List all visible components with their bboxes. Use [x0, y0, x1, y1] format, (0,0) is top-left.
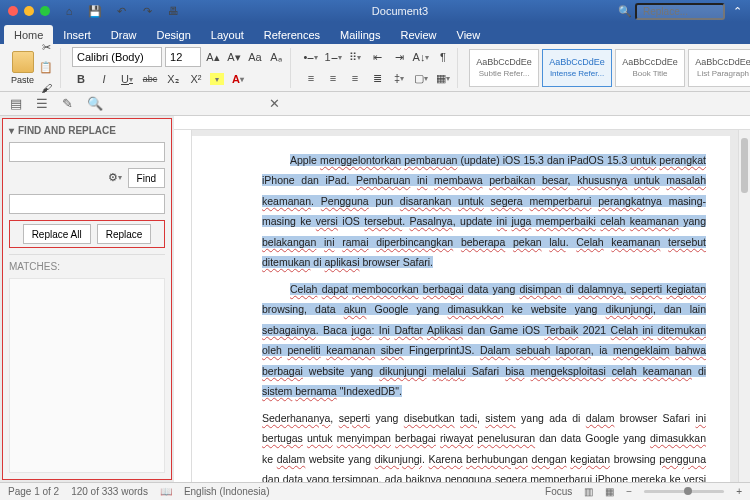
minimize-icon[interactable] — [24, 6, 34, 16]
status-focus[interactable]: Focus — [545, 486, 572, 497]
zoom-slider[interactable] — [644, 490, 724, 493]
cut-icon[interactable]: ✂ — [37, 39, 55, 57]
replace-button[interactable]: Replace — [97, 224, 152, 244]
font-color-button[interactable]: A — [229, 70, 247, 88]
close-icon[interactable] — [8, 6, 18, 16]
tab-mailings[interactable]: Mailings — [330, 25, 390, 44]
scroll-thumb[interactable] — [741, 138, 748, 193]
sort-icon[interactable]: A↓ — [412, 48, 430, 66]
tab-layout[interactable]: Layout — [201, 25, 254, 44]
document-page[interactable]: Apple menggelontorkan pembaruan (update)… — [192, 136, 730, 482]
line-spacing-icon[interactable]: ‡ — [390, 69, 408, 87]
replace-all-button[interactable]: Replace All — [23, 224, 91, 244]
view-print-icon[interactable]: ▥ — [584, 486, 593, 497]
style-book-title[interactable]: AaBbCcDdEeBook Title — [615, 49, 685, 87]
paragraph[interactable]: Sederhananya, seperti yang disebutkan ta… — [262, 408, 706, 482]
status-lang[interactable]: English (Indonesia) — [184, 486, 270, 497]
borders-icon[interactable]: ▦ — [434, 69, 452, 87]
style-intense-refer-[interactable]: AaBbCcDdEeIntense Refer... — [542, 49, 612, 87]
strike-button[interactable]: abc — [141, 70, 159, 88]
view-web-icon[interactable]: ▦ — [605, 486, 614, 497]
search-icon: 🔍 — [618, 5, 632, 18]
matches-list — [9, 278, 165, 473]
paragraph[interactable]: Celah dapat membocorkan berbagai data ya… — [262, 279, 706, 402]
panel-toggle-icon[interactable]: ▾ — [9, 125, 14, 136]
sidepanel-close-icon[interactable]: ✕ — [269, 96, 280, 111]
qat-home-icon[interactable]: ⌂ — [60, 2, 78, 20]
replace-search-input[interactable] — [635, 3, 725, 20]
qat-undo-icon[interactable]: ↶ — [112, 2, 130, 20]
status-words[interactable]: 120 of 333 words — [71, 486, 148, 497]
status-page[interactable]: Page 1 of 2 — [8, 486, 59, 497]
paste-label: Paste — [11, 75, 34, 85]
clipboard-icon — [12, 51, 34, 73]
paste-button[interactable]: Paste — [11, 51, 34, 85]
tab-insert[interactable]: Insert — [53, 25, 101, 44]
bullets-icon[interactable]: •‒ — [302, 48, 320, 66]
highlight-button[interactable] — [210, 73, 224, 85]
align-left-icon[interactable]: ≡ — [302, 69, 320, 87]
align-center-icon[interactable]: ≡ — [324, 69, 342, 87]
numbering-icon[interactable]: 1‒ — [324, 48, 342, 66]
thumbnails-icon[interactable]: ▤ — [10, 96, 22, 111]
font-size-select[interactable] — [165, 47, 201, 67]
find-icon[interactable]: 🔍 — [87, 96, 103, 111]
find-input[interactable] — [9, 142, 165, 162]
grow-font-icon[interactable]: A▴ — [204, 48, 222, 66]
doc-title: Document3 — [182, 5, 618, 17]
clear-format-icon[interactable]: Aₐ — [267, 48, 285, 66]
paragraph[interactable]: Apple menggelontorkan pembaruan (update)… — [262, 150, 706, 273]
tab-draw[interactable]: Draw — [101, 25, 147, 44]
font-name-select[interactable] — [72, 47, 162, 67]
shrink-font-icon[interactable]: A▾ — [225, 48, 243, 66]
tab-review[interactable]: Review — [390, 25, 446, 44]
subscript-button[interactable]: X₂ — [164, 70, 182, 88]
superscript-button[interactable]: X² — [187, 70, 205, 88]
panel-title: FIND AND REPLACE — [18, 125, 116, 136]
outline-icon[interactable]: ☰ — [36, 96, 48, 111]
shading-icon[interactable]: ▢ — [412, 69, 430, 87]
status-spellcheck-icon[interactable]: 📖 — [160, 486, 172, 497]
copy-icon[interactable]: 📋 — [37, 59, 55, 77]
bold-button[interactable]: B — [72, 70, 90, 88]
replace-input[interactable] — [9, 194, 165, 214]
align-right-icon[interactable]: ≡ — [346, 69, 364, 87]
horizontal-ruler[interactable] — [174, 116, 750, 130]
italic-button[interactable]: I — [95, 70, 113, 88]
ribbon-collapse-icon[interactable]: ⌃ — [733, 5, 742, 18]
review-icon[interactable]: ✎ — [62, 96, 73, 111]
style-subtle-refer-[interactable]: AaBbCcDdEeSubtle Refer... — [469, 49, 539, 87]
tab-design[interactable]: Design — [147, 25, 201, 44]
format-painter-icon[interactable]: 🖌 — [37, 79, 55, 97]
indent-inc-icon[interactable]: ⇥ — [390, 48, 408, 66]
tab-references[interactable]: References — [254, 25, 330, 44]
multilevel-icon[interactable]: ⠿ — [346, 48, 364, 66]
style-list-paragraph[interactable]: AaBbCcDdEeList Paragraph — [688, 49, 750, 87]
qat-redo-icon[interactable]: ↷ — [138, 2, 156, 20]
zoom-in-icon[interactable]: + — [736, 486, 742, 497]
matches-label: MATCHES: — [9, 261, 165, 272]
change-case-icon[interactable]: Aa — [246, 48, 264, 66]
vertical-ruler[interactable] — [174, 130, 192, 482]
tab-view[interactable]: View — [447, 25, 491, 44]
underline-button[interactable]: U — [118, 70, 136, 88]
zoom-out-icon[interactable]: − — [626, 486, 632, 497]
find-replace-panel: ▾FIND AND REPLACE ⚙ Find Replace All Rep… — [2, 118, 172, 480]
justify-icon[interactable]: ≣ — [368, 69, 386, 87]
find-button[interactable]: Find — [128, 168, 165, 188]
indent-dec-icon[interactable]: ⇤ — [368, 48, 386, 66]
zoom-icon[interactable] — [40, 6, 50, 16]
vertical-scrollbar[interactable] — [738, 130, 750, 482]
show-marks-icon[interactable]: ¶ — [434, 48, 452, 66]
qat-save-icon[interactable]: 💾 — [86, 2, 104, 20]
find-options-icon[interactable]: ⚙ — [106, 168, 124, 186]
qat-print-icon[interactable]: 🖶 — [164, 2, 182, 20]
